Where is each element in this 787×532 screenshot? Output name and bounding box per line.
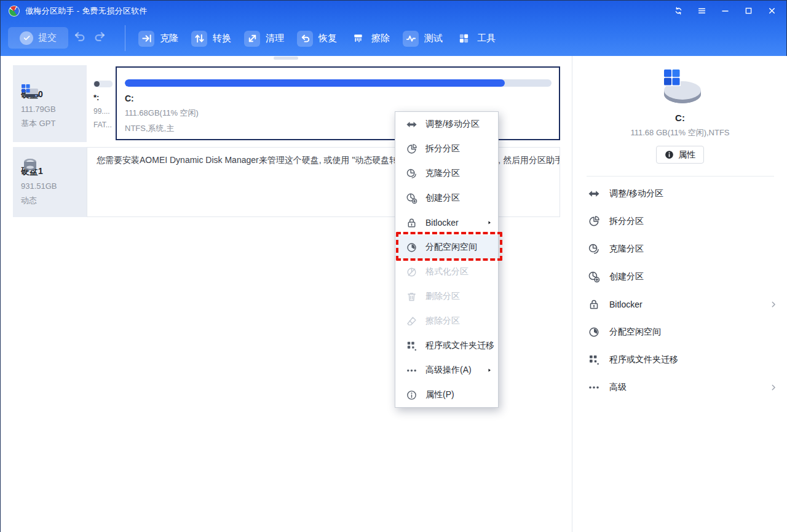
toolbar-convert-button[interactable]: 转换 — [191, 31, 231, 47]
ellipsis-icon — [406, 365, 417, 376]
small-partition-size: 99.... — [93, 107, 115, 116]
c-usage-bar — [125, 79, 552, 87]
sidebar-item-allocate-free-space[interactable]: 分配空闲空间 — [572, 318, 787, 346]
submit-button[interactable]: 提交 — [8, 27, 68, 49]
clock-icon — [588, 326, 600, 338]
basic-disk-icon — [21, 84, 39, 100]
info-solid-icon — [665, 150, 674, 159]
menu-item-app-migration[interactable]: 程序或文件夹迁移 — [395, 333, 498, 358]
resize-move-icon — [588, 188, 600, 200]
app-window: 傲梅分区助手 - 免费无损分区软件 提交 克隆 — [0, 0, 787, 532]
menu-item-wipe: 擦除分区 — [395, 309, 498, 333]
toolbar-erase-button[interactable]: 擦除 — [350, 31, 390, 47]
submenu-arrow-icon — [486, 367, 492, 373]
shred-icon — [350, 31, 366, 47]
disk0-info[interactable]: 硬盘0 111.79GB 基本 GPT — [13, 65, 87, 142]
toolbar-tools-button[interactable]: 工具 — [456, 31, 496, 47]
recover-icon — [297, 31, 313, 47]
create-partition-icon — [406, 193, 417, 204]
small-partition-fs: FAT... — [93, 121, 115, 129]
clone-partition-icon — [406, 168, 417, 180]
toolbar-clone-button[interactable]: 克隆 — [138, 31, 178, 47]
lock-icon — [406, 217, 417, 229]
menu-item-properties[interactable]: 属性(P) — [395, 383, 498, 407]
partition-system-reserved[interactable]: *: 99.... FAT... — [90, 66, 115, 140]
maximize-icon[interactable] — [743, 6, 753, 16]
refresh-icon[interactable] — [673, 6, 683, 16]
undo-icon[interactable] — [72, 30, 86, 44]
menu-item-split[interactable]: 拆分分区 — [395, 137, 498, 161]
clone-icon — [138, 31, 154, 47]
window-title: 傲梅分区助手 - 免费无损分区软件 — [25, 6, 148, 17]
context-menu: 调整/移动分区 拆分分区 克隆分区 创建分区 Bitlocker 分配空 — [395, 111, 499, 408]
toolbar-test-button[interactable]: 测试 — [403, 31, 443, 47]
clone-partition-icon — [588, 243, 600, 255]
clean-icon — [244, 31, 260, 47]
toolbar-recover-button[interactable]: 恢复 — [297, 31, 337, 47]
menu-item-allocate-free-space[interactable]: 分配空闲空间 — [395, 235, 498, 260]
menu-item-format: 格式化分区 — [395, 260, 498, 284]
sidebar-item-split[interactable]: 拆分分区 — [572, 207, 787, 235]
dynamic-disk-icon — [21, 157, 39, 173]
app-migration-icon — [588, 354, 600, 366]
panel-drag-handle[interactable] — [274, 57, 298, 60]
usage-dot — [94, 81, 100, 87]
ellipsis-icon — [588, 381, 600, 394]
app-logo-icon — [9, 6, 20, 17]
small-partition-usage-bar — [93, 81, 113, 87]
format-partition-icon — [406, 266, 417, 278]
disk1-size: 931.51GB — [21, 181, 81, 191]
menu-item-bitlocker[interactable]: Bitlocker — [395, 210, 498, 235]
disk0-size: 111.79GB — [21, 105, 81, 114]
sidebar-item-bitlocker[interactable]: Bitlocker — [572, 290, 787, 318]
sidebar-partition-label: C: — [675, 113, 685, 123]
app-migration-icon — [406, 340, 417, 352]
sidebar-item-advanced[interactable]: 高级 — [572, 373, 787, 401]
split-partition-icon — [588, 215, 600, 228]
sidebar: C: 111.68 GB(11% 空闲),NTFS 属性 调整/移动分区 拆分分… — [572, 56, 787, 532]
clock-icon — [406, 242, 417, 253]
menu-item-resize-move[interactable]: 调整/移动分区 — [395, 112, 498, 137]
test-icon — [403, 31, 419, 47]
partition-pie-icon — [655, 68, 705, 106]
check-circle-icon — [20, 31, 33, 45]
menu-item-delete: 删除分区 — [395, 284, 498, 309]
disk1-type: 动态 — [21, 195, 81, 206]
menu-icon[interactable] — [697, 6, 706, 16]
tools-icon — [456, 31, 472, 47]
sidebar-partition-desc: 111.68 GB(11% 空闲),NTFS — [630, 127, 729, 138]
main-area: 硬盘0 111.79GB 基本 GPT *: 99.... FAT... C: … — [1, 56, 572, 532]
minimize-icon[interactable] — [720, 6, 730, 16]
submenu-arrow-icon — [486, 220, 492, 226]
eraser-icon — [406, 316, 417, 327]
sidebar-item-clone[interactable]: 克隆分区 — [572, 235, 787, 263]
resize-move-icon — [406, 119, 417, 130]
sidebar-item-app-migration[interactable]: 程序或文件夹迁移 — [572, 346, 787, 373]
disk1-info[interactable]: 硬盘1 931.51GB 动态 — [13, 147, 87, 217]
menu-item-create[interactable]: 创建分区 — [395, 186, 498, 210]
redo-icon[interactable] — [93, 30, 108, 44]
trash-icon — [406, 291, 417, 303]
convert-icon — [191, 31, 207, 47]
chevron-right-icon — [769, 300, 778, 309]
sidebar-item-create[interactable]: 创建分区 — [572, 263, 787, 290]
sidebar-item-resize-move[interactable]: 调整/移动分区 — [572, 180, 787, 207]
disk0-type: 基本 GPT — [21, 118, 81, 129]
sidebar-divider — [587, 176, 774, 177]
create-partition-icon — [588, 271, 600, 283]
toolbar: 提交 克隆 转换 清理 — [1, 21, 786, 56]
c-usage-fill — [125, 79, 505, 87]
small-partition-label: *: — [93, 93, 115, 102]
titlebar[interactable]: 傲梅分区助手 - 免费无损分区软件 — [1, 1, 786, 21]
toolbar-clean-button[interactable]: 清理 — [244, 31, 284, 47]
close-icon[interactable] — [767, 6, 777, 16]
menu-item-advanced[interactable]: 高级操作(A) — [395, 358, 498, 383]
menu-item-clone[interactable]: 克隆分区 — [395, 161, 498, 186]
properties-button[interactable]: 属性 — [656, 146, 704, 164]
lock-icon — [588, 298, 600, 311]
chevron-right-icon — [769, 383, 778, 392]
split-partition-icon — [406, 143, 417, 155]
toolbar-separator — [125, 25, 125, 51]
header: 傲梅分区助手 - 免费无损分区软件 提交 克隆 — [1, 1, 786, 56]
info-icon — [406, 389, 417, 401]
